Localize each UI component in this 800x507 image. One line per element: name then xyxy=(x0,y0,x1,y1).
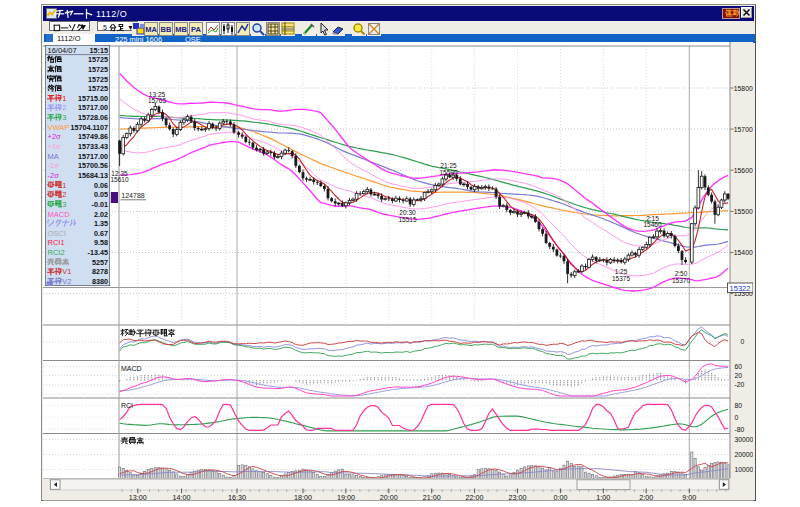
svg-text:-80: -80 xyxy=(735,426,745,433)
svg-text:15700: 15700 xyxy=(734,126,753,133)
svg-text:OSCI: OSCI xyxy=(48,229,66,238)
svg-text:MA: MA xyxy=(145,25,157,34)
svg-text:1: 1 xyxy=(62,94,66,103)
svg-text:15500: 15500 xyxy=(734,208,753,215)
svg-text:9.58: 9.58 xyxy=(94,238,108,247)
svg-text:15515: 15515 xyxy=(398,216,416,223)
svg-text:RCI2: RCI2 xyxy=(48,248,65,257)
svg-text:MB: MB xyxy=(175,25,187,34)
svg-text:20000: 20000 xyxy=(735,451,754,458)
svg-text:0.67: 0.67 xyxy=(94,229,108,238)
svg-text:20: 20 xyxy=(735,372,743,379)
svg-text:60: 60 xyxy=(735,363,743,370)
svg-text:0.06: 0.06 xyxy=(94,181,108,190)
svg-text:0.05: 0.05 xyxy=(94,190,108,199)
svg-text:-1σ: -1σ xyxy=(48,161,60,170)
svg-text:0:00: 0:00 xyxy=(553,493,567,501)
svg-text:8278: 8278 xyxy=(92,267,108,276)
svg-text:1:00: 1:00 xyxy=(596,493,610,501)
svg-text:MA: MA xyxy=(48,152,59,161)
svg-text:MACD: MACD xyxy=(121,365,142,372)
svg-text:15375: 15375 xyxy=(612,275,630,282)
svg-text:124788: 124788 xyxy=(121,192,144,199)
svg-text:13:00: 13:00 xyxy=(129,493,147,501)
svg-text:14:00: 14:00 xyxy=(173,493,191,501)
svg-text:PA: PA xyxy=(191,25,201,34)
svg-text:15700.56: 15700.56 xyxy=(78,161,108,170)
svg-text:MACD: MACD xyxy=(48,210,71,219)
svg-text:21:00: 21:00 xyxy=(423,493,441,501)
svg-text:3: 3 xyxy=(62,200,66,209)
svg-text:15460: 15460 xyxy=(643,221,661,228)
svg-text:15725: 15725 xyxy=(88,84,108,93)
svg-text:16:30: 16:30 xyxy=(228,493,246,501)
svg-text:RCI1: RCI1 xyxy=(48,238,65,247)
svg-text:15733.43: 15733.43 xyxy=(78,142,108,151)
svg-text:BB: BB xyxy=(161,25,172,34)
svg-text:-13.45: -13.45 xyxy=(88,248,108,257)
svg-text:5257: 5257 xyxy=(92,258,108,267)
svg-text:15725: 15725 xyxy=(88,55,108,64)
svg-text:1: 1 xyxy=(62,181,66,190)
svg-text:+2σ: +2σ xyxy=(48,132,62,141)
svg-text:15717.00: 15717.00 xyxy=(78,103,108,112)
svg-text:VWAP: VWAP xyxy=(48,123,70,132)
svg-text:-20: -20 xyxy=(735,381,745,388)
svg-text:15749.86: 15749.86 xyxy=(78,132,108,141)
svg-text:30000: 30000 xyxy=(735,436,754,443)
svg-text:18:00: 18:00 xyxy=(294,493,312,501)
svg-text:15725: 15725 xyxy=(88,75,108,84)
svg-text:15322: 15322 xyxy=(730,284,751,293)
svg-text:15717.00: 15717.00 xyxy=(78,152,108,161)
svg-text:15725: 15725 xyxy=(88,65,108,74)
svg-text:15715.00: 15715.00 xyxy=(78,94,108,103)
svg-text:15765: 15765 xyxy=(148,97,166,104)
svg-text:2:00: 2:00 xyxy=(639,493,653,501)
svg-text:20:00: 20:00 xyxy=(380,493,398,501)
svg-text:19:00: 19:00 xyxy=(337,493,355,501)
svg-text:V2: V2 xyxy=(62,277,71,286)
svg-text:15704.1107: 15704.1107 xyxy=(70,123,108,132)
svg-text:3: 3 xyxy=(62,113,66,122)
svg-text:1.35: 1.35 xyxy=(94,219,108,228)
svg-text:0: 0 xyxy=(735,414,739,421)
svg-text:80: 80 xyxy=(735,402,743,409)
svg-text:15400: 15400 xyxy=(734,249,753,256)
svg-text:RCI: RCI xyxy=(121,402,133,409)
svg-text:22:00: 22:00 xyxy=(466,493,484,501)
svg-text:16/04/07: 16/04/07 xyxy=(48,46,77,55)
svg-text:8380: 8380 xyxy=(92,277,108,286)
svg-text:15684.13: 15684.13 xyxy=(78,171,108,180)
svg-text:2: 2 xyxy=(62,190,66,199)
svg-text:9:00: 9:00 xyxy=(682,493,696,501)
svg-text:+1σ: +1σ xyxy=(48,142,62,151)
svg-text:2: 2 xyxy=(62,103,66,112)
svg-text:15590: 15590 xyxy=(439,169,457,176)
svg-text:23:00: 23:00 xyxy=(509,493,527,501)
svg-text:10000: 10000 xyxy=(735,466,754,473)
svg-text:2.02: 2.02 xyxy=(94,210,108,219)
svg-text:15:15: 15:15 xyxy=(90,46,108,55)
svg-text:-0.01: -0.01 xyxy=(92,200,108,209)
svg-text:15728.06: 15728.06 xyxy=(78,113,108,122)
svg-text:-2σ: -2σ xyxy=(48,171,60,180)
svg-text:15610: 15610 xyxy=(110,176,128,183)
svg-text:15600: 15600 xyxy=(734,167,753,174)
svg-text:0: 0 xyxy=(741,338,745,345)
svg-text:V1: V1 xyxy=(62,267,71,276)
svg-text:15800: 15800 xyxy=(734,85,753,92)
svg-text:15370: 15370 xyxy=(672,277,690,284)
